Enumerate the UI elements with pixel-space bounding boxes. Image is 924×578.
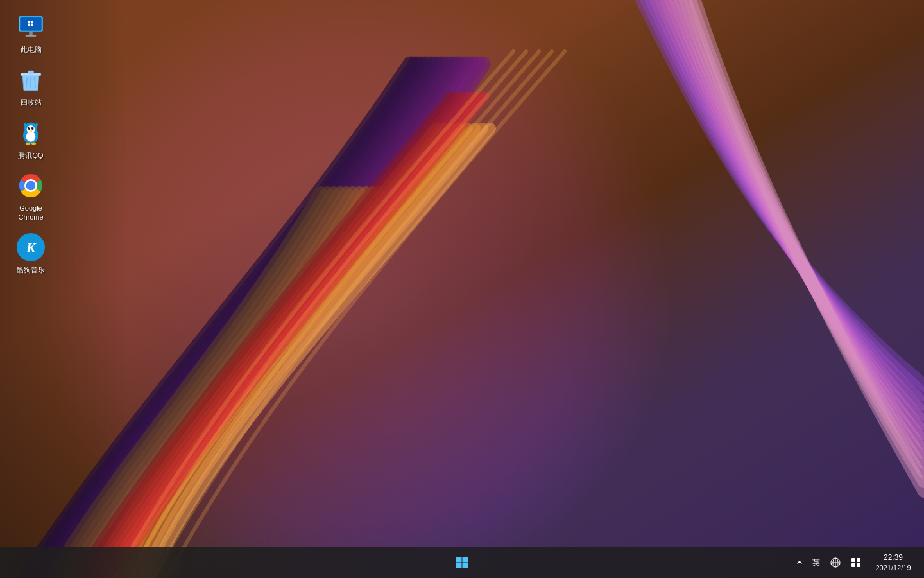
tray-clock[interactable]: 22:39 2021/12/19: [868, 551, 919, 574]
svg-rect-10: [28, 71, 33, 74]
qq-icon-label: 腾讯QQ: [18, 151, 43, 160]
svg-rect-35: [456, 563, 462, 569]
desktop-icon-kuwo[interactable]: K 酷狗音乐: [5, 229, 56, 277]
kuwo-music-icon-label: 酷狗音乐: [17, 265, 45, 274]
taskbar-center: [447, 547, 477, 578]
tray-chevron-button[interactable]: [793, 554, 806, 572]
desktop-icon-computer[interactable]: 此电脑: [5, 9, 56, 57]
recycle-icon: [15, 64, 46, 95]
svg-rect-6: [31, 24, 33, 26]
svg-text:K: K: [26, 240, 37, 256]
svg-rect-34: [463, 557, 468, 563]
svg-rect-3: [28, 21, 30, 24]
svg-point-19: [29, 127, 30, 128]
svg-rect-42: [857, 558, 860, 562]
tray-date: 2021/12/19: [875, 563, 911, 573]
taskbar: 英 22:39 2021/12/19: [0, 547, 924, 578]
taskbar-right: 英 22:39 2021/12/19: [793, 551, 924, 574]
svg-rect-2: [21, 17, 42, 30]
kuwo-music-icon: K: [15, 232, 46, 263]
desktop-icon-qq[interactable]: 腾讯QQ: [5, 115, 56, 162]
svg-point-22: [26, 131, 36, 142]
svg-point-24: [31, 142, 36, 144]
svg-rect-44: [857, 563, 860, 567]
qq-icon: [15, 118, 46, 148]
tray-language-button[interactable]: 英: [809, 556, 824, 570]
svg-rect-5: [28, 24, 30, 26]
chrome-icon-label: Google Chrome: [8, 204, 54, 222]
svg-rect-41: [851, 558, 855, 562]
svg-rect-33: [456, 557, 462, 563]
tray-notifications-icon[interactable]: [847, 554, 865, 572]
desktop: 此电脑 回收站: [0, 0, 924, 552]
desktop-icon-recycle[interactable]: 回收站: [5, 62, 56, 109]
tray-input-method-icon[interactable]: [826, 554, 844, 572]
tray-language-label: 英: [812, 558, 820, 567]
svg-rect-8: [26, 35, 37, 37]
svg-point-17: [28, 127, 30, 130]
svg-point-25: [24, 123, 26, 127]
svg-point-20: [33, 127, 33, 128]
start-button[interactable]: [447, 547, 477, 578]
recycle-icon-label: 回收站: [21, 98, 42, 107]
svg-rect-7: [29, 31, 33, 35]
svg-point-23: [26, 142, 30, 144]
computer-icon: [15, 12, 46, 42]
svg-point-18: [31, 127, 34, 130]
svg-rect-43: [851, 563, 855, 567]
svg-rect-9: [21, 73, 40, 76]
svg-rect-36: [463, 563, 468, 569]
svg-rect-4: [31, 21, 33, 24]
chrome-icon: [15, 170, 46, 201]
computer-icon-label: 此电脑: [21, 45, 42, 54]
tray-time: 22:39: [884, 552, 903, 563]
svg-point-26: [35, 123, 38, 127]
desktop-icon-chrome[interactable]: Google Chrome: [5, 168, 56, 225]
